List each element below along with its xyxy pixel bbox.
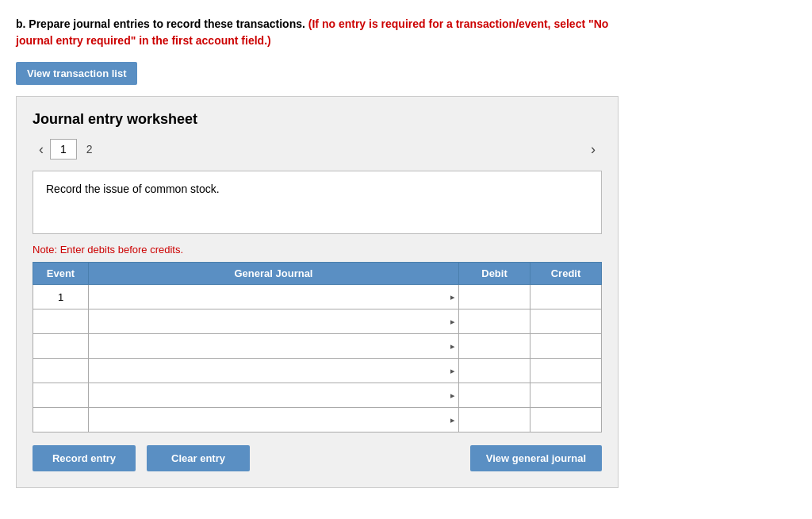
event-cell xyxy=(33,408,89,432)
tab-navigation: ‹ 1 2 › xyxy=(33,139,602,160)
table-row: ▸ xyxy=(33,334,602,359)
bottom-buttons: Record entry Clear entry View general jo… xyxy=(33,445,602,471)
general-journal-input[interactable] xyxy=(89,309,447,333)
header-general-journal: General Journal xyxy=(89,263,459,285)
general-journal-cell[interactable]: ▸ xyxy=(89,408,459,432)
dropdown-arrow-icon[interactable]: ▸ xyxy=(447,366,458,376)
credit-cell[interactable] xyxy=(530,359,602,383)
debit-input[interactable] xyxy=(459,309,530,333)
record-entry-button[interactable]: Record entry xyxy=(33,445,136,471)
credit-input[interactable] xyxy=(530,309,601,333)
debit-input[interactable] xyxy=(459,408,530,432)
description-text: Record the issue of common stock. xyxy=(46,183,220,195)
header-event: Event xyxy=(33,263,89,285)
view-transaction-list-button[interactable]: View transaction list xyxy=(16,62,137,85)
event-cell xyxy=(33,309,89,334)
view-general-journal-button[interactable]: View general journal xyxy=(470,445,602,471)
debit-cell[interactable] xyxy=(459,334,530,359)
event-cell: 1 xyxy=(33,285,89,309)
debit-input[interactable] xyxy=(459,334,530,358)
debit-input[interactable] xyxy=(459,285,530,309)
general-journal-input[interactable] xyxy=(89,334,447,358)
credit-input[interactable] xyxy=(530,383,601,407)
dropdown-arrow-icon[interactable]: ▸ xyxy=(447,317,458,327)
table-row: ▸ xyxy=(33,383,602,408)
credit-cell[interactable] xyxy=(530,309,602,334)
credit-input[interactable] xyxy=(530,285,601,309)
next-tab-chevron[interactable]: › xyxy=(584,141,602,158)
journal-table: Event General Journal Debit Credit 1▸▸▸▸… xyxy=(33,262,602,432)
instruction-prefix: b. Prepare journal entries to record the… xyxy=(16,17,305,30)
general-journal-input[interactable] xyxy=(89,408,447,432)
event-cell xyxy=(33,383,89,408)
general-journal-cell[interactable]: ▸ xyxy=(89,359,459,383)
credit-cell[interactable] xyxy=(530,408,602,432)
general-journal-input[interactable] xyxy=(89,359,447,383)
description-box: Record the issue of common stock. xyxy=(33,171,602,234)
debit-cell[interactable] xyxy=(459,383,530,408)
general-journal-cell[interactable]: ▸ xyxy=(89,309,459,334)
event-cell xyxy=(33,334,89,359)
general-journal-cell[interactable]: ▸ xyxy=(89,285,459,309)
dropdown-arrow-icon[interactable]: ▸ xyxy=(447,341,458,352)
header-credit: Credit xyxy=(530,263,602,285)
table-row: ▸ xyxy=(33,359,602,383)
debit-input[interactable] xyxy=(459,359,530,383)
debit-cell[interactable] xyxy=(459,359,530,383)
debit-cell[interactable] xyxy=(459,408,530,432)
instruction-text: b. Prepare journal entries to record the… xyxy=(16,16,619,49)
credit-input[interactable] xyxy=(530,334,601,358)
event-cell xyxy=(33,359,89,383)
general-journal-cell[interactable]: ▸ xyxy=(89,334,459,359)
table-row: 1▸ xyxy=(33,285,602,309)
tab-2[interactable]: 2 xyxy=(77,140,102,159)
clear-entry-button[interactable]: Clear entry xyxy=(147,445,250,471)
header-debit: Debit xyxy=(459,263,530,285)
dropdown-arrow-icon[interactable]: ▸ xyxy=(447,390,458,401)
worksheet-title: Journal entry worksheet xyxy=(33,111,602,128)
credit-input[interactable] xyxy=(530,408,601,432)
credit-cell[interactable] xyxy=(530,334,602,359)
debit-cell[interactable] xyxy=(459,285,530,309)
credit-cell[interactable] xyxy=(530,383,602,408)
credit-cell[interactable] xyxy=(530,285,602,309)
note-text: Note: Enter debits before credits. xyxy=(33,244,602,256)
worksheet-container: Journal entry worksheet ‹ 1 2 › Record t… xyxy=(16,96,619,488)
general-journal-cell[interactable]: ▸ xyxy=(89,383,459,408)
debit-cell[interactable] xyxy=(459,309,530,334)
general-journal-input[interactable] xyxy=(89,383,447,407)
credit-input[interactable] xyxy=(530,359,601,383)
prev-tab-chevron[interactable]: ‹ xyxy=(33,141,50,158)
tab-1[interactable]: 1 xyxy=(50,139,77,160)
table-row: ▸ xyxy=(33,309,602,334)
dropdown-arrow-icon[interactable]: ▸ xyxy=(447,415,458,425)
dropdown-arrow-icon[interactable]: ▸ xyxy=(447,292,458,302)
table-row: ▸ xyxy=(33,408,602,432)
debit-input[interactable] xyxy=(459,383,530,407)
general-journal-input[interactable] xyxy=(89,285,447,309)
